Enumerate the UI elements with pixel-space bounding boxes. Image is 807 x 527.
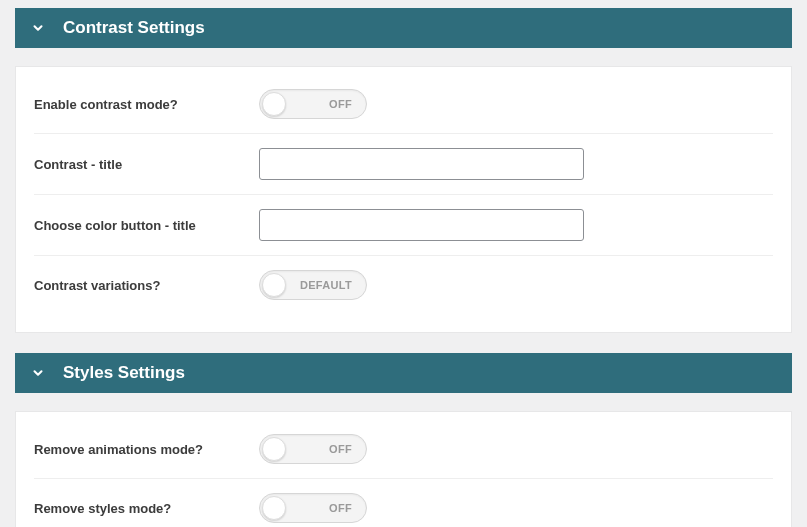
- field-label: Remove animations mode?: [34, 442, 259, 457]
- field-control: OFF: [259, 493, 773, 523]
- field-label: Remove styles mode?: [34, 501, 259, 516]
- field-control: OFF: [259, 434, 773, 464]
- contrast-settings-section: Contrast Settings Enable contrast mode? …: [15, 8, 792, 333]
- section-title: Contrast Settings: [63, 18, 205, 38]
- toggle-knob: [262, 437, 286, 461]
- toggle-knob: [262, 92, 286, 116]
- field-label: Enable contrast mode?: [34, 97, 259, 112]
- toggle-knob: [262, 496, 286, 520]
- contrast-variations-row: Contrast variations? DEFAULT: [34, 256, 773, 314]
- remove-animations-row: Remove animations mode? OFF: [34, 420, 773, 479]
- section-title: Styles Settings: [63, 363, 185, 383]
- field-control: DEFAULT: [259, 270, 773, 300]
- field-label: Choose color button - title: [34, 218, 259, 233]
- remove-styles-row: Remove styles mode? OFF: [34, 479, 773, 527]
- color-button-title-row: Choose color button - title: [34, 195, 773, 256]
- field-control: [259, 209, 773, 241]
- contrast-title-row: Contrast - title: [34, 134, 773, 195]
- contrast-settings-body: Enable contrast mode? OFF Contrast - tit…: [15, 66, 792, 333]
- enable-contrast-mode-row: Enable contrast mode? OFF: [34, 75, 773, 134]
- styles-settings-body: Remove animations mode? OFF Remove style…: [15, 411, 792, 527]
- styles-settings-header[interactable]: Styles Settings: [15, 353, 792, 393]
- contrast-settings-header[interactable]: Contrast Settings: [15, 8, 792, 48]
- chevron-down-icon: [31, 21, 45, 35]
- toggle-state-label: OFF: [329, 502, 352, 514]
- chevron-down-icon: [31, 366, 45, 380]
- enable-contrast-mode-toggle[interactable]: OFF: [259, 89, 367, 119]
- color-button-title-input[interactable]: [259, 209, 584, 241]
- field-control: [259, 148, 773, 180]
- toggle-state-label: DEFAULT: [300, 279, 352, 291]
- toggle-knob: [262, 273, 286, 297]
- toggle-state-label: OFF: [329, 443, 352, 455]
- remove-animations-toggle[interactable]: OFF: [259, 434, 367, 464]
- contrast-variations-toggle[interactable]: DEFAULT: [259, 270, 367, 300]
- field-control: OFF: [259, 89, 773, 119]
- remove-styles-toggle[interactable]: OFF: [259, 493, 367, 523]
- contrast-title-input[interactable]: [259, 148, 584, 180]
- field-label: Contrast variations?: [34, 278, 259, 293]
- styles-settings-section: Styles Settings Remove animations mode? …: [15, 353, 792, 527]
- toggle-state-label: OFF: [329, 98, 352, 110]
- field-label: Contrast - title: [34, 157, 259, 172]
